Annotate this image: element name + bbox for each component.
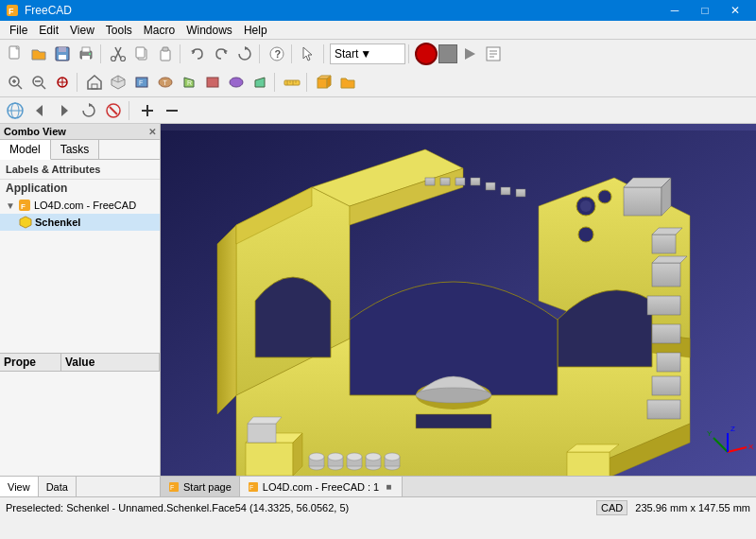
- nav-forward-button[interactable]: [53, 99, 76, 122]
- doc-tab-close-btn[interactable]: ■: [383, 481, 394, 493]
- tree-item-schenkel[interactable]: Schenkel: [0, 214, 160, 231]
- doc-tab-start[interactable]: F Start page: [161, 477, 240, 497]
- nav-globe-button[interactable]: [4, 99, 26, 122]
- paste-button[interactable]: [154, 43, 177, 65]
- nav-add-button[interactable]: [136, 99, 159, 122]
- home-view-button[interactable]: [83, 71, 106, 94]
- sidebar-tab-data[interactable]: Data: [39, 477, 77, 496]
- svg-marker-66: [36, 105, 43, 116]
- svg-rect-18: [163, 47, 168, 51]
- main-area: Combo View ✕ Model Tasks Labels & Attrib…: [0, 124, 756, 496]
- menu-tools[interactable]: Tools: [100, 22, 138, 39]
- dimensions-text: 235.96 mm x 147.55 mm: [635, 502, 750, 513]
- tab-model[interactable]: Model: [0, 140, 51, 160]
- svg-text:Y: Y: [707, 429, 713, 438]
- box-button[interactable]: [313, 71, 335, 94]
- menu-bar: File Edit View Tools Macro Windows Help: [0, 21, 756, 40]
- tree-arrow-1: ▼: [6, 200, 15, 211]
- right-view-button[interactable]: R: [178, 71, 200, 94]
- svg-text:F: F: [9, 7, 14, 16]
- top-view-button[interactable]: T: [154, 71, 177, 94]
- menu-windows[interactable]: Windows: [180, 22, 238, 39]
- save-file-button[interactable]: [51, 43, 74, 65]
- tab-tasks[interactable]: Tasks: [51, 140, 100, 159]
- properties-panel: Prope Value: [0, 353, 160, 476]
- svg-line-70: [110, 107, 117, 114]
- toolbar-separator-6: [408, 44, 412, 63]
- svg-rect-90: [624, 187, 662, 216]
- left-view-button[interactable]: [249, 71, 271, 94]
- pointer-button[interactable]: [298, 43, 320, 65]
- rear-view-button[interactable]: [201, 71, 224, 94]
- svg-line-35: [42, 85, 45, 89]
- tree-item-freecad[interactable]: ▼ F LO4D.com - FreeCAD: [0, 197, 160, 214]
- prop-col-header: Prope: [0, 354, 61, 371]
- sidebar-tab-view[interactable]: View: [0, 477, 39, 496]
- svg-text:R: R: [187, 79, 192, 86]
- redo-button[interactable]: [210, 43, 232, 65]
- svg-rect-97: [647, 296, 680, 315]
- front-view-button[interactable]: F: [130, 71, 153, 94]
- svg-point-89: [416, 388, 491, 403]
- svg-rect-103: [440, 178, 450, 185]
- viewport: X Y Z F Start page F LO4D.co: [161, 124, 756, 496]
- iso-view-button[interactable]: [107, 71, 129, 94]
- refresh-button[interactable]: [233, 43, 256, 65]
- menu-file[interactable]: File: [4, 22, 33, 39]
- maximize-button[interactable]: □: [690, 0, 720, 21]
- sidebar-close-btn[interactable]: ✕: [148, 127, 156, 137]
- new-file-button[interactable]: [4, 43, 26, 65]
- svg-point-118: [328, 453, 343, 461]
- record-button[interactable]: [415, 43, 438, 65]
- menu-help[interactable]: Help: [238, 22, 273, 39]
- svg-point-127: [385, 453, 400, 461]
- cut-button[interactable]: [107, 43, 129, 65]
- menu-macro[interactable]: Macro: [138, 22, 180, 39]
- svg-rect-104: [455, 178, 465, 185]
- doc-tab-lo4d[interactable]: F LO4D.com - FreeCAD : 1 ■: [240, 477, 403, 497]
- execute-macro-button[interactable]: [458, 43, 481, 65]
- nav-stop-button[interactable]: [102, 99, 125, 122]
- bottom-view-button[interactable]: [225, 71, 248, 94]
- sidebar: Combo View ✕ Model Tasks Labels & Attrib…: [0, 124, 161, 496]
- zoom-out-button[interactable]: [27, 71, 50, 94]
- svg-rect-8: [82, 47, 90, 52]
- toolbar-area: ? Start ▼: [0, 40, 756, 97]
- menu-edit[interactable]: Edit: [33, 22, 64, 39]
- zoom-fit-button[interactable]: [51, 71, 74, 94]
- svg-point-13: [112, 57, 116, 61]
- help-button[interactable]: ?: [266, 43, 288, 65]
- copy-button[interactable]: [130, 43, 153, 65]
- svg-text:F: F: [170, 484, 174, 491]
- tree-label-schenkel: Schenkel: [35, 217, 80, 228]
- edit-macro-button[interactable]: [482, 43, 505, 65]
- window-controls: ─ □ ✕: [660, 0, 750, 21]
- toolbar-row-1: ? Start ▼: [0, 40, 756, 68]
- undo-button[interactable]: [186, 43, 209, 65]
- svg-rect-101: [647, 400, 680, 419]
- workbench-dropdown[interactable]: Start ▼: [330, 43, 405, 64]
- status-right: CAD 235.96 mm x 147.55 mm: [596, 500, 750, 515]
- menu-view[interactable]: View: [64, 22, 100, 39]
- print-button[interactable]: [75, 43, 97, 65]
- nav-back-button[interactable]: [28, 99, 51, 122]
- svg-marker-40: [88, 76, 101, 89]
- svg-marker-82: [217, 225, 236, 414]
- close-button[interactable]: ✕: [720, 0, 750, 21]
- nav-minus-button[interactable]: [161, 99, 183, 122]
- svg-rect-99: [657, 353, 680, 372]
- sidebar-header: Combo View ✕: [0, 124, 160, 140]
- zoom-in-button[interactable]: [4, 71, 26, 94]
- svg-point-115: [309, 453, 324, 461]
- toolbar-separator-1: [100, 44, 104, 63]
- folder-button[interactable]: [336, 71, 359, 94]
- stop-button[interactable]: [438, 44, 457, 63]
- nav-refresh-button[interactable]: [77, 99, 100, 122]
- minimize-button[interactable]: ─: [660, 0, 690, 21]
- svg-rect-107: [501, 187, 510, 195]
- measure-button[interactable]: [281, 71, 303, 94]
- toolbar-separator-5: [323, 44, 327, 63]
- svg-point-10: [89, 53, 91, 55]
- workbench-arrow: ▼: [360, 47, 371, 61]
- open-file-button[interactable]: [27, 43, 50, 65]
